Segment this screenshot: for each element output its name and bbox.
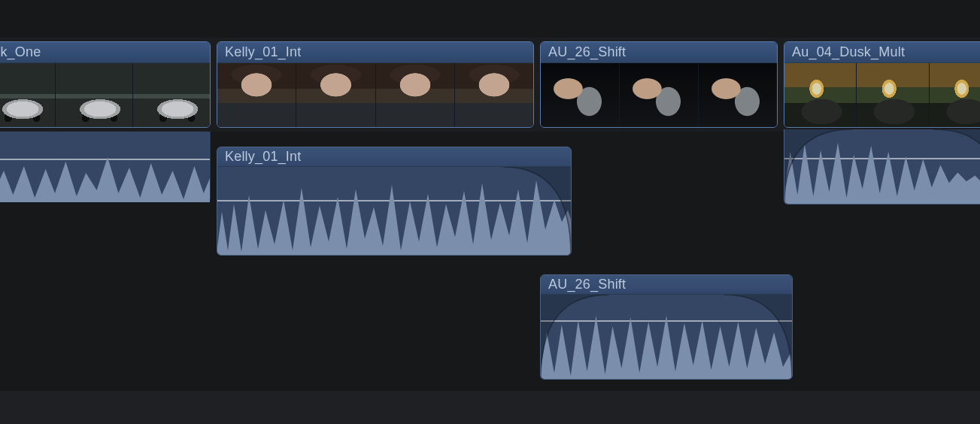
clip-title: Kelly_01_Int bbox=[225, 149, 301, 165]
clip-header[interactable]: usk_One bbox=[0, 42, 210, 63]
timeline-footer-bg bbox=[0, 391, 980, 424]
clip-title: usk_One bbox=[0, 44, 41, 60]
filmstrip bbox=[784, 63, 980, 127]
audio-clip-au-26-shift[interactable]: AU_26_Shift bbox=[540, 274, 793, 380]
waveform bbox=[784, 129, 980, 204]
video-clip-usk-one[interactable]: usk_One bbox=[0, 41, 211, 128]
clip-title: AU_26_Shift bbox=[548, 44, 626, 60]
clip-title: Kelly_01_Int bbox=[225, 44, 301, 60]
clip-header[interactable]: Kelly_01_Int bbox=[217, 147, 571, 167]
video-clip-kelly-01-int[interactable]: Kelly_01_Int bbox=[217, 41, 534, 128]
video-clip-au-04-dusk-mult[interactable]: Au_04_Dusk_Mult bbox=[784, 41, 980, 128]
clip-title: Au_04_Dusk_Mult bbox=[792, 44, 905, 60]
video-clip-au-26-shift[interactable]: AU_26_Shift bbox=[540, 41, 778, 128]
waveform bbox=[541, 295, 792, 379]
waveform bbox=[217, 167, 571, 255]
audio-body bbox=[784, 129, 980, 204]
filmstrip bbox=[0, 63, 210, 127]
audio-clip-kelly-01-int[interactable]: Kelly_01_Int bbox=[217, 147, 572, 256]
clip-header[interactable]: Kelly_01_Int bbox=[217, 42, 533, 63]
timeline[interactable]: usk_One Kelly_01_Int AU_26_Shift bbox=[0, 0, 980, 424]
audio-stub-usk-one[interactable] bbox=[0, 132, 211, 202]
audio-clip-au-04-dusk-mult[interactable] bbox=[784, 129, 980, 204]
clip-header[interactable]: AU_26_Shift bbox=[541, 275, 792, 295]
filmstrip bbox=[217, 63, 533, 127]
audio-body bbox=[541, 295, 792, 379]
waveform bbox=[0, 132, 210, 202]
clip-header[interactable]: Au_04_Dusk_Mult bbox=[784, 42, 980, 63]
clip-header[interactable]: AU_26_Shift bbox=[541, 42, 777, 63]
audio-body bbox=[217, 167, 571, 255]
clip-title: AU_26_Shift bbox=[548, 277, 626, 292]
filmstrip bbox=[541, 63, 777, 127]
